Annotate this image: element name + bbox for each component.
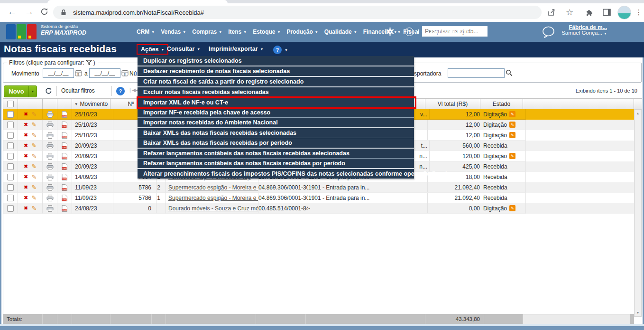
edit-pencil-icon[interactable]: ✎	[31, 173, 37, 180]
xml-document-icon[interactable]: XML	[62, 184, 67, 191]
maxiprod-logo[interactable]	[6, 24, 37, 39]
edit-pencil-icon[interactable]: ✎	[31, 184, 37, 191]
topbar-menu-compras[interactable]: Compras▼	[192, 28, 222, 35]
header-print[interactable]	[43, 99, 57, 109]
estado-edit-icon[interactable]: ✎	[509, 132, 515, 138]
header-mov[interactable]: ▼Movimento	[72, 99, 110, 109]
print-icon[interactable]	[46, 132, 54, 139]
ocultar-filtros-button[interactable]: Ocultar filtros	[61, 87, 95, 94]
menu-item-duplicar-os-registros-selecionados[interactable]: Duplicar os registros selecionados	[138, 56, 414, 66]
delete-icon[interactable]: ✖	[24, 142, 28, 149]
xml-document-icon[interactable]: XML	[62, 153, 67, 160]
topbar-menu-fiscal[interactable]: Fiscal▼	[403, 28, 424, 35]
header-act[interactable]	[18, 99, 43, 109]
titlebar-help-icon[interactable]: ?	[273, 46, 282, 54]
reload-icon[interactable]	[39, 6, 49, 17]
print-icon[interactable]	[46, 184, 54, 191]
row-checkbox[interactable]	[7, 174, 14, 180]
row-checkbox[interactable]	[7, 153, 14, 160]
fornecedor-link[interactable]: Supermercado espigão - Moreira e Silva..…	[168, 195, 258, 201]
print-icon[interactable]	[46, 195, 54, 201]
estado-edit-icon[interactable]: ✎	[509, 111, 515, 117]
delete-icon[interactable]: ✖	[24, 205, 28, 211]
delete-icon[interactable]: ✖	[24, 184, 28, 190]
menu-item-excluir-notas-fiscais-recebidas-selecion[interactable]: Excluir notas fiscais recebidas selecion…	[138, 87, 414, 97]
header-estado[interactable]: Estado	[480, 99, 523, 109]
extensions-puzzle-icon[interactable]	[584, 7, 595, 18]
topbar-menu-qualidade[interactable]: Qualidade▼	[324, 28, 357, 35]
novo-caret-icon[interactable]: ▼	[28, 86, 37, 97]
topbar-menu-contabilidade[interactable]: Contabilidade▼	[431, 28, 473, 35]
table-row[interactable]: ✖✎XML24/08/230Dourado móveis - Souza e C…	[3, 203, 634, 214]
row-checkbox[interactable]	[7, 184, 14, 191]
edit-pencil-icon[interactable]: ✎	[31, 163, 37, 170]
imprimir-exportar-menu[interactable]: Imprimir/exportar▼	[209, 46, 263, 52]
menu-item-refazer-lanc-amentos-conta-beis-das-nota[interactable]: Refazer lançamentos contábeis das notas …	[138, 159, 414, 168]
print-icon[interactable]	[46, 142, 54, 149]
print-icon[interactable]	[46, 111, 54, 118]
estado-edit-icon[interactable]: ✎	[509, 205, 515, 211]
address-bar[interactable]: sistema.maxiprod.com.br/NotaFiscal/Receb…	[53, 6, 542, 19]
edit-pencil-icon[interactable]: ✎	[31, 142, 37, 149]
xml-document-icon[interactable]: XML	[62, 111, 67, 118]
edit-pencil-icon[interactable]: ✎	[31, 152, 37, 160]
row-checkbox[interactable]	[7, 122, 14, 128]
xml-document-icon[interactable]: XML	[62, 142, 67, 149]
novo-button[interactable]: Novo ▼	[4, 85, 37, 97]
xml-document-icon[interactable]: XML	[62, 205, 67, 212]
browser-profile-avatar[interactable]	[617, 6, 631, 19]
browser-menu-icon[interactable]: ⋮	[634, 7, 644, 18]
print-icon[interactable]	[46, 153, 54, 160]
calendar-to-icon[interactable]: 8	[121, 69, 129, 77]
menu-item-importar-notas-recebidas-do-ambiente-nac[interactable]: Importar notas recebidas do Ambiente Nac…	[138, 118, 414, 127]
edit-pencil-icon[interactable]: ✎	[31, 205, 37, 212]
estado-edit-icon[interactable]: ✎	[509, 122, 515, 128]
print-icon[interactable]	[46, 122, 54, 128]
delete-icon[interactable]: ✖	[24, 195, 28, 201]
menu-item-baixar-xmls-das-notas-fiscais-recebidas-[interactable]: Baixar XMLs das notas fiscais recebidas …	[138, 138, 414, 148]
menu-item-refazer-lanc-amentos-conta-beis-das-nota[interactable]: Refazer lançamentos contábeis das notas …	[138, 149, 414, 159]
user-menu[interactable]: Samuel Gonça... ▼	[561, 30, 607, 36]
topbar-menu-produc-a-o[interactable]: Produção▼	[286, 28, 318, 35]
table-row[interactable]: ✖✎XML11/09/2357862Supermercado espigão -…	[3, 182, 634, 193]
fornecedor-link[interactable]: Dourado móveis - Souza e Cruz móveis ...	[168, 205, 258, 212]
edit-pencil-icon[interactable]: ✎	[31, 111, 37, 118]
delete-icon[interactable]: ✖	[24, 163, 28, 170]
topbar-menu-financeiro[interactable]: Financeiro▼	[363, 28, 397, 35]
menu-item-criar-nota-fiscal-de-sai-da-a-partir-do-[interactable]: Criar nota fiscal de saída a partir do r…	[138, 77, 414, 86]
vertical-scrollbar[interactable]: ▲ ▼	[634, 109, 642, 317]
row-checkbox[interactable]	[7, 195, 14, 201]
calendar-from-icon[interactable]: 8	[74, 69, 82, 77]
delete-icon[interactable]: ✖	[24, 174, 28, 180]
topbar-menu-vendas[interactable]: Vendas▼	[161, 28, 186, 35]
row-checkbox[interactable]	[7, 111, 14, 118]
refresh-icon[interactable]	[45, 87, 52, 96]
company-link[interactable]: Fábrica de m...	[561, 24, 607, 30]
delete-icon[interactable]: ✖	[24, 153, 28, 159]
pagination-first-icon[interactable]: ❘◀	[128, 87, 136, 93]
fornecedor-link[interactable]: Supermercado espigão - Moreira e Silva..…	[168, 184, 258, 191]
scroll-down-icon[interactable]: ▼	[635, 311, 641, 314]
topbar-menu-estoque[interactable]: Estoque▼	[253, 28, 280, 35]
xml-document-icon[interactable]: XML	[62, 174, 67, 180]
consultar-menu[interactable]: Consultar▼	[167, 46, 200, 52]
transportadora-input[interactable]	[448, 68, 505, 78]
edit-pencil-icon[interactable]: ✎	[31, 194, 37, 201]
chat-bubble-icon[interactable]	[542, 26, 555, 39]
print-icon[interactable]	[46, 205, 54, 212]
header-vl[interactable]: Vl total (R$)	[425, 99, 480, 109]
topbar-menu-crm[interactable]: CRM▼	[137, 28, 155, 35]
movimento-to-input[interactable]	[89, 68, 120, 78]
filters-legend[interactable]: Filtros (clique para configurar: )	[7, 59, 98, 66]
print-icon[interactable]	[46, 163, 54, 170]
menu-item-alterar-preenchimentos-fiscais-dos-impos[interactable]: Alterar preenchimentos fiscais dos impos…	[138, 169, 414, 179]
menu-item-baixar-xmls-das-notas-fiscais-recebidas-[interactable]: Baixar XMLs das notas fiscais recebidas …	[138, 128, 414, 138]
select-all-checkbox[interactable]	[7, 101, 14, 107]
xml-document-icon[interactable]: XML	[62, 122, 67, 128]
delete-icon[interactable]: ✖	[24, 132, 28, 138]
print-icon[interactable]	[46, 174, 54, 180]
transportadora-search-icon[interactable]	[506, 69, 513, 78]
header-xml[interactable]	[57, 99, 72, 109]
browser-tab[interactable]	[47, 0, 228, 3]
row-checkbox[interactable]	[7, 205, 14, 212]
